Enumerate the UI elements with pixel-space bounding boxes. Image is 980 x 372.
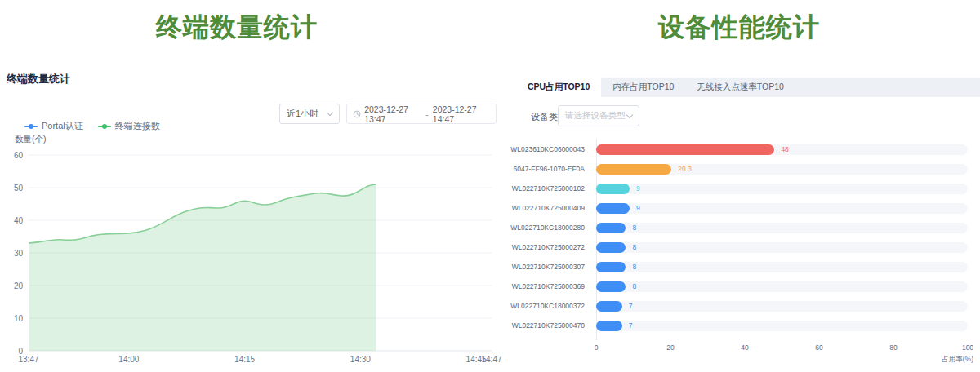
- bar-value-label: 8: [632, 243, 636, 251]
- time-range-select[interactable]: 近1小时: [279, 104, 340, 124]
- bar-track: [596, 242, 968, 253]
- bar-category-label: WL022710K725000409: [500, 204, 585, 212]
- left-big-title: 终端数量统计: [0, 10, 474, 46]
- bar-x-tick-label: 20: [654, 343, 687, 352]
- chevron-down-icon: [327, 109, 333, 116]
- legend-label: Portal认证: [42, 120, 83, 132]
- bar-category-label: WL022710KC18000372: [500, 302, 585, 310]
- bar-track: [596, 164, 968, 175]
- bar-category-label: WL023610KC06000043: [500, 145, 585, 153]
- bar-x-axis-title: 占用率(%): [892, 355, 973, 365]
- bar-category-label: WL022710K725000102: [500, 184, 585, 193]
- x-tick-label: 14:00: [118, 355, 139, 364]
- device-performance-panel: 设备性能统计 CPU占用TOP10内存占用TOP10无线接入点速率TOP10 设…: [516, 0, 980, 372]
- clock-icon: [353, 109, 361, 119]
- date-start: 2023-12-27 13:47: [364, 104, 421, 124]
- bar: [596, 281, 626, 292]
- bar-value-label: 7: [629, 302, 633, 310]
- x-tick-label: 13:47: [18, 355, 38, 364]
- bar: [596, 203, 630, 214]
- bar-category-label: WL022710KC18000280: [500, 224, 585, 232]
- legend-marker-icon: [24, 123, 38, 130]
- bar-value-label: 20.3: [678, 165, 692, 173]
- bar-track: [596, 223, 968, 233]
- bar: [596, 301, 622, 312]
- bar: [596, 321, 622, 331]
- bar-category-label: WL022710K725000307: [500, 263, 585, 271]
- terminal-count-chart: 0102030405060数量(个)13:4714:0014:1514:3014…: [0, 0, 506, 372]
- x-tick-label: 14:30: [350, 355, 371, 364]
- bar-x-tick-label: 100: [951, 343, 980, 352]
- y-tick-label: 10: [14, 314, 24, 323]
- bar: [596, 242, 626, 253]
- bar: [596, 184, 630, 194]
- bar-x-tick-label: 80: [877, 343, 910, 352]
- bar-track: [596, 184, 968, 194]
- bar-value-label: 48: [781, 145, 788, 153]
- bar-x-tick-label: 40: [728, 343, 761, 352]
- bar-category-label: 6047-FF96-1070-EF0A: [500, 165, 585, 173]
- date-end: 2023-12-27 14:47: [433, 104, 490, 124]
- legend-item-1[interactable]: 终端连接数: [98, 120, 160, 132]
- date-range-picker[interactable]: 2023-12-27 13:47 - 2023-12-27 14:47: [346, 104, 497, 124]
- y-tick-label: 40: [14, 216, 24, 225]
- left-section-title: 终端数量统计: [7, 72, 70, 86]
- y-tick-label: 50: [14, 184, 24, 193]
- bar-category-label: WL022710K725000470: [500, 321, 585, 330]
- date-separator: -: [425, 109, 430, 119]
- cpu-top10-chart: WL023610KC06000043486047-FF96-1070-EF0A2…: [516, 0, 980, 372]
- bar: [596, 164, 671, 175]
- terminal-count-panel: 0102030405060数量(个)13:4714:0014:1514:3014…: [0, 0, 506, 372]
- y-axis-title: 数量(个): [15, 134, 47, 144]
- bar-track: [596, 262, 968, 272]
- bar: [596, 144, 774, 155]
- bar: [596, 262, 626, 272]
- bar-value-label: 8: [632, 282, 636, 290]
- x-tick-label: 14:15: [234, 355, 255, 364]
- y-tick-label: 0: [18, 347, 23, 356]
- bar-track: [596, 203, 968, 214]
- bar-value-label: 7: [629, 321, 633, 330]
- dashboard: 0102030405060数量(个)13:4714:0014:1514:3014…: [0, 0, 980, 372]
- bar-value-label: 9: [636, 204, 640, 212]
- y-tick-label: 20: [14, 281, 24, 290]
- bar-track: [596, 321, 968, 331]
- legend-item-0[interactable]: Portal认证: [24, 120, 83, 132]
- y-tick-label: 30: [14, 249, 24, 258]
- bar-x-tick-label: 0: [580, 343, 612, 352]
- bar-value-label: 9: [636, 184, 640, 193]
- bar-x-tick-label: 60: [803, 343, 835, 352]
- bar: [596, 223, 626, 233]
- area-fill: [29, 184, 376, 351]
- x-tick-label: 14:47: [481, 355, 501, 364]
- bar-value-label: 8: [632, 263, 636, 271]
- bar-track: [596, 301, 968, 312]
- y-tick-label: 60: [14, 151, 24, 160]
- bar-category-label: WL022710K725000369: [500, 282, 585, 290]
- time-range-value: 近1小时: [287, 108, 318, 120]
- legend-label: 终端连接数: [115, 120, 160, 132]
- bar-track: [596, 281, 968, 292]
- bar-value-label: 8: [632, 224, 636, 232]
- legend-marker-icon: [98, 123, 111, 130]
- bar-category-label: WL022710K725000272: [500, 243, 585, 251]
- chart-legend: Portal认证终端连接数: [24, 120, 160, 132]
